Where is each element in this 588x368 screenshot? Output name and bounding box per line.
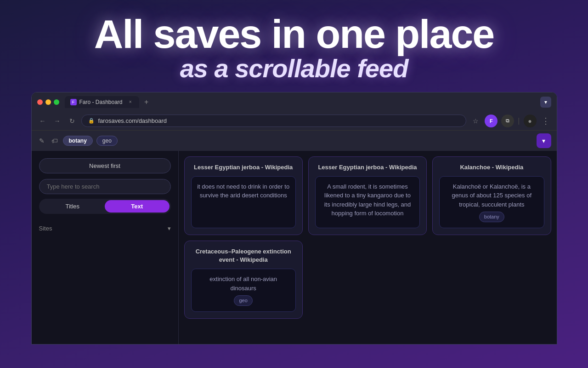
app-content: Newest first Titles Text Sites ▾ Lesser … xyxy=(32,151,557,344)
hero-title: All saves in one place xyxy=(9,14,579,54)
card-title: Kalanchoe - Wikipedia xyxy=(439,163,544,172)
card-tag[interactable]: geo xyxy=(234,295,252,306)
refresh-button[interactable]: ↻ xyxy=(67,115,78,126)
tab-title: Faro - Dashboard xyxy=(79,99,123,105)
hero-section: All saves in one place as a scrollable f… xyxy=(0,0,588,92)
browser-titlebar: F Faro - Dashboard × + ▾ ← → ↻ 🔒 farosav… xyxy=(32,92,557,151)
profile-button[interactable]: ● xyxy=(524,115,537,127)
divider: | xyxy=(518,117,520,125)
card-tag[interactable]: botany xyxy=(479,212,504,222)
feed-card-1[interactable]: Lesser Egyptian jerboa - Wikipedia it do… xyxy=(184,156,303,235)
browser-window: F Faro - Dashboard × + ▾ ← → ↻ 🔒 farosav… xyxy=(31,92,557,345)
card-body-text: extinction of all non-avian dinosaurs xyxy=(209,276,277,292)
active-tab[interactable]: F Faro - Dashboard × xyxy=(65,96,139,108)
profile-icon: ● xyxy=(528,117,531,125)
card-body: A small rodent, it is sometimes likened … xyxy=(315,176,420,228)
edit-icon[interactable]: ✎ xyxy=(37,136,46,145)
card-body: it does not need to drink in order to su… xyxy=(191,176,296,228)
sidebar: Newest first Titles Text Sites ▾ xyxy=(32,151,179,344)
feed-card-4[interactable]: Cretaceous–Paleogene extinction event - … xyxy=(184,241,303,319)
feed-card-2[interactable]: Lesser Egyptian jerboa - Wikipedia A sma… xyxy=(308,156,427,235)
address-bar[interactable]: 🔒 farosaves.com/dashboard xyxy=(81,115,467,127)
chevron-down-icon: ▾ xyxy=(168,225,171,232)
chevron-down-icon: ▾ xyxy=(542,137,545,144)
sites-section[interactable]: Sites ▾ xyxy=(39,223,171,234)
security-icon: 🔒 xyxy=(88,118,95,124)
tab-dropdown-button[interactable]: ▾ xyxy=(540,97,551,108)
card-title: Cretaceous–Paleogene extinction event - … xyxy=(191,247,296,264)
forward-button[interactable]: → xyxy=(52,115,63,126)
chevron-down-icon: ▾ xyxy=(544,99,547,105)
extensions-button[interactable]: ⧉ xyxy=(501,115,514,127)
bookmarks-bar: ✎ 🏷 botany geo ▾ xyxy=(32,130,557,151)
tag-geo[interactable]: geo xyxy=(96,136,118,146)
puzzle-icon: ⧉ xyxy=(506,118,509,124)
card-title: Lesser Egyptian jerboa - Wikipedia xyxy=(191,163,296,172)
tag-icon[interactable]: 🏷 xyxy=(50,136,59,145)
tab-bar: F Faro - Dashboard × + xyxy=(65,96,537,108)
card-body: Kalanchoë or Kalanchoë, is a genus of ab… xyxy=(439,176,544,228)
close-window-button[interactable] xyxy=(37,99,43,105)
maximize-window-button[interactable] xyxy=(54,99,59,105)
tab-favicon: F xyxy=(70,99,77,105)
tag-botany[interactable]: botany xyxy=(63,136,93,146)
browser-nav: ← → ↻ 🔒 farosaves.com/dashboard ☆ F ⧉ | … xyxy=(32,112,557,130)
sites-label: Sites xyxy=(39,225,52,232)
filter-tabs: Titles Text xyxy=(39,199,171,214)
tab-titles[interactable]: Titles xyxy=(40,200,105,213)
tab-text[interactable]: Text xyxy=(105,200,170,213)
minimize-window-button[interactable] xyxy=(45,99,51,105)
extensions-dropdown-button[interactable]: ▾ xyxy=(537,133,551,148)
hero-subtitle: as a scrollable feed xyxy=(9,54,579,83)
menu-button[interactable]: ⋮ xyxy=(540,115,551,126)
feed-card-3[interactable]: Kalanchoe - Wikipedia Kalanchoë or Kalan… xyxy=(432,156,551,235)
bookmark-star-button[interactable]: ☆ xyxy=(470,115,481,126)
feed: Lesser Egyptian jerboa - Wikipedia it do… xyxy=(179,151,557,344)
back-button[interactable]: ← xyxy=(37,115,48,126)
nav-actions: ☆ F ⧉ | ● ⋮ xyxy=(470,115,551,127)
search-input[interactable] xyxy=(39,179,171,194)
card-title: Lesser Egyptian jerboa - Wikipedia xyxy=(315,163,420,172)
url-text: farosaves.com/dashboard xyxy=(98,117,167,124)
sort-button[interactable]: Newest first xyxy=(39,158,171,173)
card-body: extinction of all non-avian dinosaurs ge… xyxy=(191,269,296,312)
traffic-lights xyxy=(37,99,59,105)
faro-extension-button[interactable]: F xyxy=(485,115,498,127)
card-body-text: Kalanchoë or Kalanchoë, is a genus of ab… xyxy=(452,183,531,208)
new-tab-button[interactable]: + xyxy=(141,97,152,108)
tab-close-button[interactable]: × xyxy=(127,99,134,105)
